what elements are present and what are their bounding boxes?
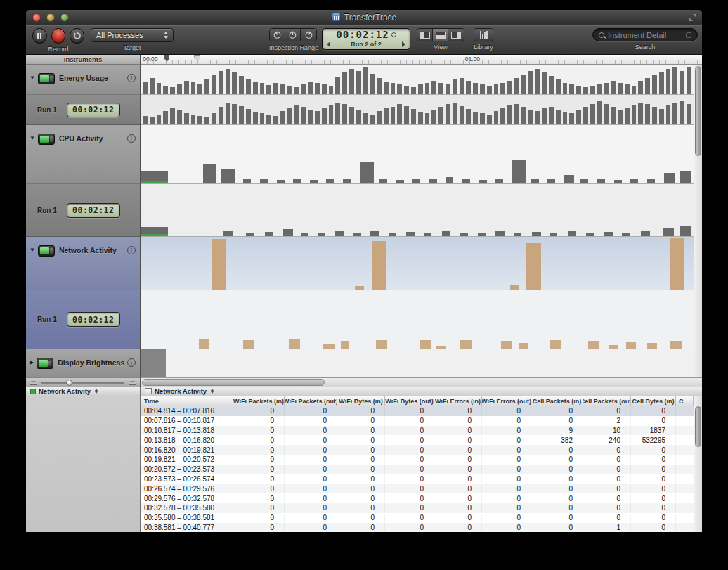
timeline-ruler[interactable]: 00:0001:00	[141, 55, 702, 65]
chart-bar	[204, 117, 209, 124]
sidebar-track-display-brightness[interactable]: ▶Display Brightnessi	[26, 349, 140, 377]
table-row[interactable]: 00:26.574 – 00:29.576000000000	[141, 484, 694, 493]
detail-view-header[interactable]: Network Activity	[141, 387, 702, 396]
chart-bar	[547, 179, 555, 183]
column-header-wifi-packets-out-[interactable]: WiFi Packets (out)	[285, 396, 337, 406]
disclosure-triangle[interactable]: ▼	[30, 75, 35, 81]
column-header-wifi-errors-out-[interactable]: WiFi Errors (out)	[482, 396, 531, 406]
close-button[interactable]	[32, 13, 41, 22]
library-button[interactable]	[474, 29, 493, 41]
large-track-icon[interactable]	[129, 380, 136, 385]
zoom-button[interactable]	[60, 13, 69, 22]
table-row[interactable]: 00:35.580 – 00:38.581000000000	[141, 513, 694, 523]
lane-display-brightness-instrument[interactable]	[141, 349, 694, 377]
pause-button[interactable]	[32, 28, 47, 44]
disclosure-triangle[interactable]: ▶	[30, 359, 34, 365]
target-dropdown[interactable]: All Processes	[91, 28, 174, 42]
library-group-label: Library	[472, 44, 495, 51]
table-row[interactable]: 00:38.581 – 00:40.777000000010	[141, 523, 694, 532]
time-display: 00:02:12 Run 2 of 2	[322, 28, 410, 50]
loop-button[interactable]	[70, 28, 84, 44]
chart-bar	[280, 111, 285, 124]
inspection-range-end-button[interactable]	[301, 29, 316, 41]
table-row[interactable]: 00:23.573 – 00:26.574000000000	[141, 474, 694, 484]
lane-energy-usage-instrument[interactable]	[141, 65, 694, 95]
cell-value: 382	[531, 436, 583, 444]
sidebar-track-network-activity[interactable]: ▼Network Activityi	[26, 237, 140, 290]
next-run-button[interactable]	[402, 41, 405, 47]
chart-bar	[221, 169, 235, 183]
chart-bar	[266, 115, 271, 124]
sidebar-track-cpu-activity[interactable]: ▼CPU Activityi	[26, 125, 140, 184]
disclosure-triangle[interactable]: ▼	[30, 247, 35, 253]
column-header-cell-bytes-in-[interactable]: Cell Bytes (in)	[631, 396, 676, 406]
lane-network-activity-run[interactable]	[141, 290, 694, 349]
small-track-icon[interactable]	[30, 380, 37, 385]
view-bottom-pane-button[interactable]	[433, 29, 448, 41]
chart-bar	[647, 179, 655, 183]
app-window: TransferTrace Record All Processes Targe…	[26, 10, 702, 532]
record-button[interactable]	[51, 28, 66, 44]
table-vertical-scrollbar[interactable]	[694, 396, 702, 532]
search-scope-icon[interactable]	[686, 32, 691, 38]
lane-network-activity-instrument[interactable]	[141, 237, 694, 290]
inspection-range-clear-button[interactable]	[285, 29, 301, 41]
column-header-cell-packets-in-[interactable]: Cell Packets (in)	[531, 396, 583, 406]
chart-bar	[680, 226, 691, 236]
view-left-pane-button[interactable]	[417, 29, 433, 41]
table-row[interactable]: 00:16.820 – 00:19.821000000000	[141, 445, 694, 455]
table-row[interactable]: 00:04.814 – 00:07.816000000000	[141, 406, 694, 416]
fullscreen-icon[interactable]	[689, 14, 696, 21]
sidebar-run-energy-usage[interactable]: Run 100:02:12	[26, 95, 140, 125]
lane-energy-usage-run[interactable]	[141, 95, 694, 125]
playhead-line[interactable]	[197, 60, 197, 377]
column-header-c[interactable]: C	[676, 396, 694, 406]
info-icon[interactable]: i	[127, 358, 136, 367]
minimize-button[interactable]	[46, 13, 55, 22]
slider-knob[interactable]	[66, 380, 72, 386]
column-header-wifi-bytes-in-[interactable]: WiFi Bytes (in)	[337, 396, 385, 406]
sidebar-run-cpu-activity[interactable]: Run 100:02:12	[26, 184, 140, 237]
scrollbar-thumb[interactable]	[695, 406, 701, 447]
scrollbar-thumb[interactable]	[142, 379, 325, 386]
track-size-slider[interactable]	[41, 382, 124, 384]
table-row[interactable]: 00:07.816 – 00:10.817000000020	[141, 416, 694, 426]
chart-bar	[652, 75, 657, 94]
sidebar-track-energy-usage[interactable]: ▼Energy Usagei	[26, 65, 140, 95]
table-row[interactable]: 00:19.821 – 00:20.572000000000	[141, 455, 694, 465]
timeline-vertical-scrollbar[interactable]	[694, 65, 702, 377]
view-right-pane-button[interactable]	[448, 29, 464, 41]
previous-run-button[interactable]	[327, 41, 330, 47]
info-icon[interactable]: i	[127, 74, 136, 82]
lane-cpu-activity-run[interactable]	[141, 184, 694, 237]
info-icon[interactable]: i	[127, 134, 136, 143]
search-input[interactable]: Instrument Detail	[592, 28, 698, 41]
title-bar[interactable]: TransferTrace	[26, 10, 702, 25]
chart-bar	[293, 179, 301, 183]
column-header-time[interactable]: Time	[141, 396, 233, 406]
timeline-horizontal-scrollbar[interactable]	[141, 377, 702, 387]
column-header-wifi-errors-in-[interactable]: WiFi Errors (in)	[434, 396, 482, 406]
column-header-wifi-packets-in-[interactable]: WiFi Packets (in)	[233, 396, 285, 406]
table-row[interactable]: 00:32.578 – 00:35.580000000000	[141, 503, 694, 513]
column-header-cell-packets-out-[interactable]: Cell Packets (out)	[583, 396, 631, 406]
inspection-range-start-button[interactable]	[270, 29, 285, 41]
lane-cpu-activity-instrument[interactable]	[141, 125, 694, 184]
table-row[interactable]: 00:13.818 – 00:16.820000000382240532295	[141, 435, 694, 445]
chart-bar	[342, 72, 347, 94]
table-row[interactable]: 00:20.572 – 00:23.573000000000	[141, 465, 694, 474]
view-group-label: View	[416, 44, 465, 51]
info-icon[interactable]: i	[127, 246, 136, 254]
chart-bar	[170, 108, 175, 124]
disclosure-triangle[interactable]: ▼	[30, 135, 35, 141]
table-row[interactable]: 00:29.576 – 00:32.578000000000	[141, 493, 694, 503]
cell-time: 00:04.814 – 00:07.816	[141, 407, 233, 415]
table-row[interactable]: 00:10.817 – 00:13.8180000009101837	[141, 426, 694, 436]
time-mode-icon[interactable]	[391, 32, 396, 37]
sidebar-run-network-activity[interactable]: Run 100:02:12	[26, 290, 140, 349]
scrollbar-thumb[interactable]	[695, 66, 701, 156]
chart-bar	[528, 110, 533, 124]
column-header-wifi-bytes-out-[interactable]: WiFi Bytes (out)	[385, 396, 434, 406]
cell-value: 0	[583, 504, 631, 512]
detail-instrument-selector[interactable]: Network Activity	[26, 387, 141, 396]
